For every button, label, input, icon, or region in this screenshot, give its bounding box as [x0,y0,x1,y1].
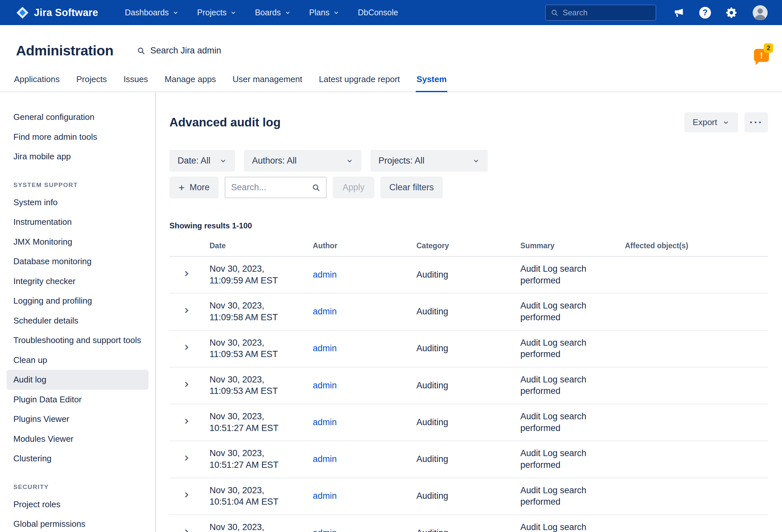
chevron-down-icon [284,9,291,16]
tab-manage-apps[interactable]: Manage apps [164,74,217,92]
expand-row-chevron-icon[interactable] [182,454,190,462]
nav-dbconsole[interactable]: DbConsole [358,8,398,17]
search-icon [137,46,145,55]
expand-row-chevron-icon[interactable] [182,491,190,499]
audit-table-body: Nov 30, 2023, 11:09:59 AM EST admin Audi… [170,256,768,532]
nav-boards[interactable]: Boards [255,8,291,17]
audit-search-input[interactable] [231,182,309,192]
more-actions-button[interactable]: ··· [745,112,768,132]
chevron-down-icon [172,9,179,16]
feedback-bubble-icon[interactable]: ! 2 [754,49,769,62]
date-filter-dropdown[interactable]: Date: All [170,150,235,172]
projects-filter-dropdown[interactable]: Projects: All [370,150,488,172]
authors-filter-dropdown[interactable]: Authors: All [244,150,361,172]
navbar-search-input[interactable] [563,8,651,17]
date-filter-label: Date: All [178,156,211,166]
sidebar-item-integrity-checker[interactable]: Integrity checker [6,271,149,291]
row-affected-objects [625,441,768,477]
sidebar-item-clustering[interactable]: Clustering [6,449,149,468]
help-icon[interactable]: ? [699,7,711,19]
sidebar-item-logging-and-profiling[interactable]: Logging and profiling [6,291,149,311]
row-author-link[interactable]: admin [313,454,337,464]
expand-row-chevron-icon[interactable] [182,343,190,351]
top-navbar: Jira Software Dashboards Projects Boards… [0,0,782,25]
audit-log-table: Date Author Category Summary Affected ob… [170,241,768,532]
sidebar-item-find-more-admin-tools[interactable]: Find more admin tools [6,127,149,147]
navbar-icons: ? [673,5,768,20]
jira-logo[interactable]: Jira Software [16,6,98,19]
audit-search-box[interactable] [224,177,327,199]
sidebar-item-jmx-monitoring[interactable]: JMX Monitoring [6,232,149,252]
tab-user-management[interactable]: User management [232,74,303,92]
admin-header: Administration Search Jira admin [0,25,782,59]
expand-row-chevron-icon[interactable] [182,381,190,388]
tab-projects[interactable]: Projects [76,74,108,92]
row-author-link[interactable]: admin [313,491,337,501]
clear-filters-button[interactable]: Clear filters [380,177,443,199]
tab-applications[interactable]: Applications [13,74,60,92]
row-affected-objects [625,330,768,367]
sidebar-item-plugins-viewer[interactable]: Plugins Viewer [6,409,149,429]
row-author-link[interactable]: admin [313,381,337,390]
row-date: Nov 30, 2023, 10:51:04 AM EST [210,515,313,532]
avatar[interactable] [753,5,768,20]
sidebar-item-plugin-data-editor[interactable]: Plugin Data Editor [6,390,149,410]
row-affected-objects [625,293,768,330]
content: General configuration Find more admin to… [0,92,782,532]
sidebar-item-system-info[interactable]: System info [6,192,149,212]
row-summary: Audit Log search performed [520,404,625,441]
table-row: Nov 30, 2023, 11:09:53 AM EST admin Audi… [170,367,768,404]
row-author-link[interactable]: admin [313,528,337,532]
sidebar-item-jira-mobile-app[interactable]: Jira mobile app [6,147,149,167]
sidebar-item-modules-viewer[interactable]: Modules Viewer [6,429,149,449]
expand-row-chevron-icon[interactable] [182,528,190,532]
export-button[interactable]: Export [684,112,738,132]
expand-row-chevron-icon[interactable] [182,270,190,278]
row-category: Auditing [417,367,520,404]
tab-latest-upgrade-report[interactable]: Latest upgrade report [318,74,401,92]
sidebar-item-instrumentation[interactable]: Instrumentation [6,212,149,232]
feedback-megaphone-icon[interactable] [673,7,684,18]
navbar-search[interactable] [545,5,656,21]
sidebar-item-troubleshooting-and-support-tools[interactable]: Troubleshooting and support tools [6,330,149,350]
nav-projects[interactable]: Projects [197,8,237,17]
sidebar-item-scheduler-details[interactable]: Scheduler details [6,311,149,331]
row-summary: Audit Log search performed [520,515,625,532]
row-author-link[interactable]: admin [313,343,337,353]
row-author-link[interactable]: admin [313,307,337,316]
table-row: Nov 30, 2023, 11:09:53 AM EST admin Audi… [170,330,768,367]
sidebar-item-audit-log[interactable]: Audit log [6,370,149,390]
expand-row-chevron-icon[interactable] [182,307,190,314]
apply-button[interactable]: Apply [333,177,375,199]
row-author-link[interactable]: admin [313,270,337,280]
nav-plans[interactable]: Plans [309,8,340,17]
sidebar-item-project-roles[interactable]: Project roles [6,495,149,515]
sidebar-item-database-monitoring[interactable]: Database monitoring [6,251,149,271]
row-date: Nov 30, 2023, 11:09:58 AM EST [210,293,313,330]
expand-row-chevron-icon[interactable] [182,417,190,425]
row-category: Auditing [417,441,520,477]
export-label: Export [693,117,717,128]
row-summary: Audit Log search performed [520,478,625,515]
jira-logo-text: Jira Software [34,7,98,19]
chevron-down-icon [346,157,353,165]
more-filters-label: More [190,182,210,192]
admin-search-label: Search Jira admin [150,46,221,56]
sidebar-item-global-permissions[interactable]: Global permissions [6,514,149,532]
sidebar-item-clean-up[interactable]: Clean up [6,350,149,370]
table-row: Nov 30, 2023, 10:51:27 AM EST admin Audi… [170,441,768,477]
nav-dashboards[interactable]: Dashboards [125,8,179,17]
row-author-link[interactable]: admin [313,417,337,427]
row-affected-objects [625,515,768,532]
sidebar-item-general-configuration[interactable]: General configuration [6,107,149,127]
more-filters-button[interactable]: + More [170,177,219,199]
chevron-down-icon [722,119,730,126]
tab-issues[interactable]: Issues [123,74,149,92]
row-date: Nov 30, 2023, 10:51:27 AM EST [210,404,313,441]
tab-system[interactable]: System [416,74,448,92]
gear-icon[interactable] [726,7,738,19]
search-icon[interactable] [312,183,320,192]
table-header-row: Date Author Category Summary Affected ob… [170,241,768,256]
admin-search-button[interactable]: Search Jira admin [137,46,221,56]
row-date: Nov 30, 2023, 11:09:53 AM EST [210,330,313,367]
